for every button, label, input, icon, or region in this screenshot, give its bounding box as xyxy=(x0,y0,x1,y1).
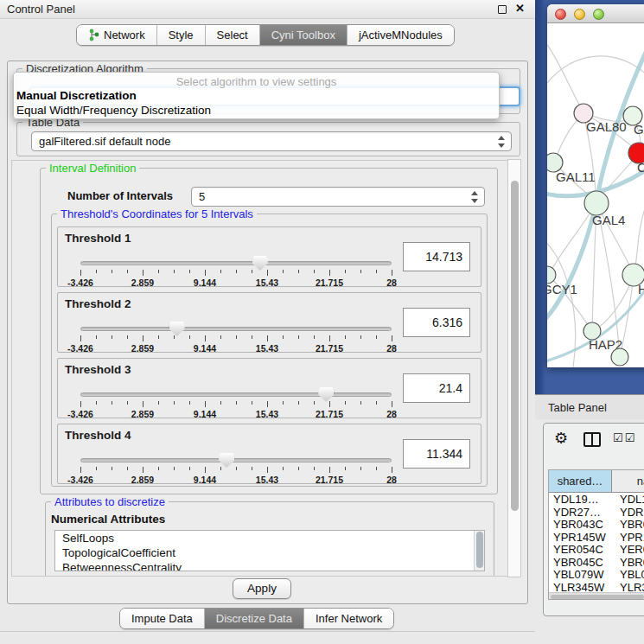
threshold-value-field[interactable]: 21.4 xyxy=(403,373,470,403)
threshold-label: Threshold 4 xyxy=(65,429,131,442)
tab-label: Network xyxy=(104,29,145,41)
network-node-label: C xyxy=(637,160,644,175)
slider-thumb[interactable] xyxy=(318,387,334,402)
table-data-combo-value: galFiltered.sif default node xyxy=(39,135,170,148)
threshold-slider[interactable]: -3.4262.8599.14415.4321.71528 xyxy=(80,257,392,286)
thresholds-group-title: Threshold's Coordinates for 5 Intervals xyxy=(57,207,257,220)
slider-tick-labels: -3.4262.8599.14415.4321.71528 xyxy=(80,409,392,419)
number-of-intervals-label: Number of Intervals xyxy=(67,189,173,202)
table-row[interactable]: YBL079WYBL0 xyxy=(549,568,644,581)
network-window-titlebar[interactable] xyxy=(547,4,644,23)
table-row[interactable]: YBR045CYBR0 xyxy=(549,556,644,569)
table-row[interactable]: YER054CYER0 xyxy=(549,543,644,556)
numerical-attributes-list[interactable]: SelfLoopsTopologicalCoefficientBetweenne… xyxy=(54,530,485,571)
control-panel-titlebar: Control Panel ✕ xyxy=(0,0,535,19)
slider-tick-labels: -3.4262.8599.14415.4321.71528 xyxy=(80,277,392,288)
interval-definition-group: Interval Definition Number of Intervals … xyxy=(40,168,498,494)
minimize-traffic-light-icon[interactable] xyxy=(574,9,585,20)
network-node[interactable] xyxy=(611,348,628,366)
desktop-background: GAL80GACGAL11GAL4GCY1HHAP2 xyxy=(535,0,644,394)
slider-thumb[interactable] xyxy=(252,256,268,271)
list-item[interactable]: BetweennessCentrality xyxy=(55,560,484,571)
tab-infer-network[interactable]: Infer Network xyxy=(304,609,393,628)
dropdown-placeholder-option[interactable]: Select algorithm to view settings xyxy=(14,75,499,88)
numerical-attributes-label: Numerical Attributes xyxy=(51,513,165,526)
tab-label: Select xyxy=(217,29,248,41)
table-data-group: Table Data galFiltered.sif default node xyxy=(16,122,520,156)
node-attribute-table: shared… name YDL19…YDL1YDR27…YDR2YBR043C… xyxy=(548,469,644,600)
slider-ticks xyxy=(80,335,392,342)
tab-label: Style xyxy=(169,29,194,41)
table-row[interactable]: YDR27…YDR2 xyxy=(549,506,644,519)
network-icon xyxy=(88,29,99,41)
network-node-label: H xyxy=(638,282,644,296)
network-canvas[interactable]: GAL80GACGAL11GAL4GCY1HHAP2 xyxy=(547,23,644,367)
tab-label: Discretize Data xyxy=(216,612,292,625)
tab-label: jActiveMNodules xyxy=(359,29,443,41)
slider-track[interactable] xyxy=(80,261,392,265)
threshold-label: Threshold 3 xyxy=(65,363,131,376)
threshold-slider[interactable]: -3.4262.8599.14415.4321.71528 xyxy=(80,388,392,418)
dropdown-option-manual[interactable]: Manual Discretization xyxy=(16,89,137,102)
apply-button[interactable]: Apply xyxy=(233,578,291,599)
list-item[interactable]: SelfLoops xyxy=(55,531,484,545)
checkbox-icons[interactable]: ☑☑ xyxy=(613,431,636,444)
table-row[interactable]: YBR043CYBR0 xyxy=(549,518,644,531)
table-row[interactable]: YLR345WYLR3 xyxy=(549,581,644,594)
network-view-window[interactable]: GAL80GACGAL11GAL4GCY1HHAP2 xyxy=(547,4,644,367)
threshold-slider[interactable]: -3.4262.8599.14415.4321.71528 xyxy=(80,322,392,352)
network-node-label: GAL4 xyxy=(592,213,625,227)
table-row[interactable]: YPR145WYPR1 xyxy=(549,531,644,544)
threshold-value-field[interactable]: 6.316 xyxy=(403,308,470,337)
dropdown-option-equal-width[interactable]: Equal Width/Frequency Discretization xyxy=(16,104,211,117)
slider-track[interactable] xyxy=(80,327,392,331)
tab-impute-data[interactable]: Impute Data xyxy=(120,609,205,628)
table-panel-box: ⚙ ☑☑ shared… name YDL19…YDL1YDR27…YDR2YB… xyxy=(543,423,644,616)
threshold-slider[interactable]: -3.4262.8599.14415.4321.71528 xyxy=(80,454,392,483)
list-scrollbar[interactable] xyxy=(474,531,484,571)
thresholds-group: Threshold's Coordinates for 5 Intervals … xyxy=(51,214,488,487)
zoom-traffic-light-icon[interactable] xyxy=(593,9,604,20)
table-horizontal-scrollbar[interactable] xyxy=(549,592,644,599)
threshold-value-field[interactable]: 11.344 xyxy=(403,439,470,469)
slider-ticks xyxy=(80,467,392,474)
close-icon[interactable]: ✕ xyxy=(515,2,525,15)
gear-icon[interactable]: ⚙ xyxy=(554,430,568,446)
tab-label: Impute Data xyxy=(131,612,193,625)
slider-track[interactable] xyxy=(80,392,392,397)
combo-stepper-icon xyxy=(498,136,506,148)
threshold-label: Threshold 1 xyxy=(65,232,131,245)
slider-ticks xyxy=(80,401,392,408)
column-header-shared[interactable]: shared… xyxy=(549,470,612,492)
slider-track[interactable] xyxy=(80,458,392,462)
float-window-icon[interactable] xyxy=(498,5,507,14)
right-section: GAL80GACGAL11GAL4GCY1HHAP2 Table Panel ⚙… xyxy=(535,0,644,644)
tab-select[interactable]: Select xyxy=(206,25,260,45)
combo-stepper-icon xyxy=(471,191,479,203)
tab-jactivemnodules[interactable]: jActiveMNodules xyxy=(348,25,454,45)
settings-scroll-viewport: Interval Definition Number of Intervals … xyxy=(11,160,514,577)
slider-thumb[interactable] xyxy=(219,453,234,468)
network-node[interactable] xyxy=(584,191,609,215)
close-traffic-light-icon[interactable] xyxy=(555,9,566,20)
network-node-label: GAL80 xyxy=(586,119,627,134)
tab-cyni-toolbox[interactable]: Cyni Toolbox xyxy=(260,25,348,45)
settings-scrollbar[interactable] xyxy=(507,159,521,577)
number-of-intervals-value: 5 xyxy=(199,190,205,203)
list-item[interactable]: TopologicalCoefficient xyxy=(55,545,484,560)
tab-network[interactable]: Network xyxy=(77,25,157,45)
slider-thumb[interactable] xyxy=(169,322,185,336)
threshold-row: Threshold 2 -3.4262.8599.14415.4321.7152… xyxy=(57,292,481,353)
column-header-name[interactable]: name xyxy=(612,470,644,492)
tab-label: Infer Network xyxy=(316,612,382,625)
tab-discretize-data[interactable]: Discretize Data xyxy=(205,609,304,628)
interval-definition-title: Interval Definition xyxy=(46,162,139,175)
columns-icon[interactable] xyxy=(583,432,601,447)
table-row[interactable]: YDL19…YDL1 xyxy=(549,493,644,506)
table-data-combo[interactable]: galFiltered.sif default node xyxy=(31,131,512,151)
bottom-tab-bar: Impute Data Discretize Data Infer Networ… xyxy=(119,608,394,629)
network-node-label: GCY1 xyxy=(547,282,577,296)
tab-style[interactable]: Style xyxy=(157,25,206,45)
threshold-value-field[interactable]: 14.713 xyxy=(403,242,470,271)
number-of-intervals-combo[interactable]: 5 xyxy=(191,187,485,207)
